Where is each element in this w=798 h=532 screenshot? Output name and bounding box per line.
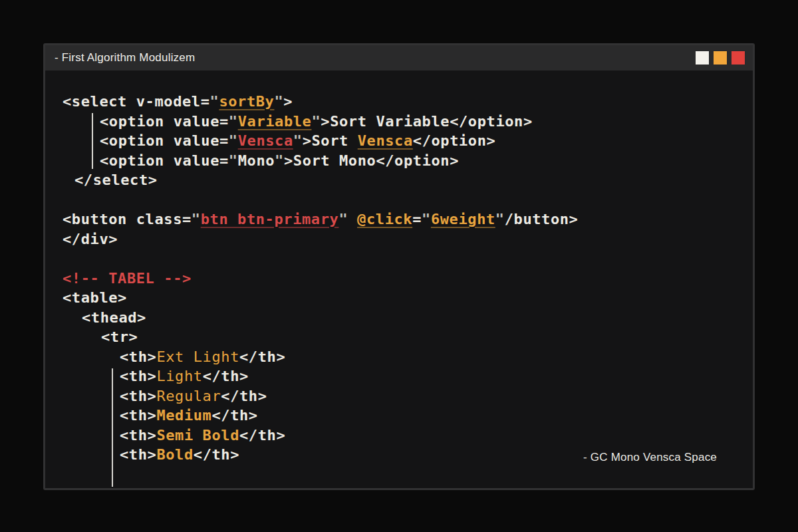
- code-token: </select>: [74, 172, 158, 188]
- code-token: btn btn-primary: [201, 211, 339, 227]
- code-line-blank: [63, 190, 753, 210]
- code-token: <table>: [63, 289, 127, 306]
- code-token: ": [275, 152, 284, 169]
- code-token: ": [210, 93, 219, 110]
- code-line: <option value="Mono">Sort Mono</option>: [63, 151, 753, 171]
- code-token: ": [495, 211, 505, 227]
- window-controls: [696, 51, 745, 65]
- code-token: Semi Bold: [156, 427, 239, 444]
- code-token: Variable: [238, 113, 312, 130]
- code-token: </th>: [239, 348, 285, 365]
- code-token: Light: [156, 368, 202, 384]
- code-token: @click: [357, 211, 412, 227]
- code-token: Bold: [156, 446, 193, 463]
- code-token: Vensca: [358, 132, 413, 149]
- code-token: <th>: [120, 407, 156, 424]
- code-token: ": [229, 113, 238, 130]
- code-token: <th>: [120, 388, 156, 404]
- minimize-button[interactable]: [696, 51, 709, 65]
- code-token: sortBy: [219, 93, 274, 110]
- close-button[interactable]: [732, 51, 745, 65]
- code-token: Ext Light: [156, 348, 239, 365]
- code-line-blank: [63, 249, 753, 269]
- editor-window: - First Algorithm Modulizem <select v-mo…: [43, 43, 755, 490]
- code-token: ": [338, 211, 348, 227]
- code-line: <option value="Variable">Sort Variable</…: [63, 112, 753, 132]
- code-line: <select v-model="sortBy">: [63, 92, 753, 112]
- code-token: <!-- TABEL -->: [63, 270, 192, 287]
- code-token: <tr>: [101, 329, 138, 345]
- code-token: </div>: [63, 231, 118, 247]
- code-token: >Sort Variable</option>: [321, 113, 532, 130]
- code-token: >Sort: [303, 132, 358, 149]
- code-line: <tr>: [63, 327, 753, 347]
- code-token: /button>: [505, 211, 579, 227]
- titlebar: - First Algorithm Modulizem: [45, 45, 753, 70]
- code-line: <button class="btn btn-primary" @click="…: [63, 209, 753, 229]
- code-token: </th>: [221, 388, 267, 404]
- code-token: ": [229, 152, 238, 169]
- code-token: </th>: [203, 368, 249, 384]
- code-token: <th>: [120, 368, 156, 384]
- code-token: ": [293, 132, 303, 149]
- code-token: <th>: [120, 348, 156, 365]
- maximize-button[interactable]: [714, 51, 727, 65]
- code-token: ": [311, 113, 321, 130]
- code-line: <th>Regular</th>: [63, 386, 753, 406]
- code-token: [348, 211, 357, 227]
- code-token: 6weight: [431, 211, 495, 227]
- code-token: =: [412, 211, 422, 227]
- indent-guide: [112, 368, 113, 487]
- code-line: </select>: [63, 170, 753, 190]
- code-token: <option value=: [100, 113, 229, 130]
- code-line: <!-- TABEL -->: [63, 269, 753, 289]
- code-token: <thead>: [82, 309, 146, 326]
- code-token: Medium: [156, 407, 211, 424]
- code-token: >: [283, 93, 293, 110]
- code-token: </th>: [194, 446, 239, 463]
- code-token: <th>: [120, 427, 156, 444]
- code-editor-area[interactable]: <select v-model="sortBy"><option value="…: [45, 70, 753, 488]
- code-line: <th>Light</th>: [63, 366, 753, 386]
- code-token: >Sort Mono</option>: [284, 152, 459, 169]
- code-token: <th>: [120, 446, 156, 463]
- code-lines: <select v-model="sortBy"><option value="…: [63, 92, 753, 465]
- code-token: </th>: [211, 407, 257, 424]
- window-title: - First Algorithm Modulizem: [55, 51, 195, 65]
- code-token: <select v-model=: [63, 93, 210, 110]
- code-line: <option value="Vensca">Sort Vensca</opti…: [63, 131, 753, 151]
- code-line: <table>: [63, 288, 753, 308]
- code-token: Regular: [156, 388, 221, 404]
- code-token: <option value=: [100, 152, 229, 169]
- code-token: <option value=: [100, 132, 229, 149]
- code-line: <th>Ext Light</th>: [63, 347, 753, 367]
- code-token: Vensca: [238, 132, 293, 149]
- code-token: ": [422, 211, 431, 227]
- code-token: ": [192, 211, 201, 227]
- code-line: <th>Semi Bold</th>: [63, 426, 753, 446]
- code-token: ": [274, 93, 283, 110]
- code-token: Mono: [238, 152, 275, 169]
- code-token: </option>: [413, 132, 496, 149]
- code-token: </th>: [239, 427, 285, 444]
- code-token: ": [229, 132, 238, 149]
- code-token: <button class=: [63, 211, 192, 227]
- code-line: </div>: [63, 229, 753, 249]
- indent-guide: [92, 113, 93, 169]
- code-line: <thead>: [63, 308, 753, 328]
- code-line: <th>Medium</th>: [63, 406, 753, 426]
- footer-label: - GC Mono Vensca Space: [583, 451, 717, 464]
